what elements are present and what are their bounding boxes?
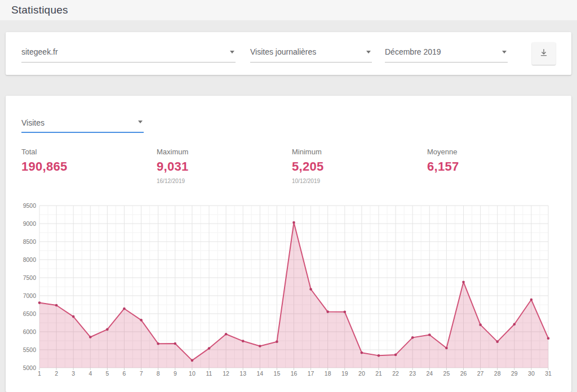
svg-text:8: 8 [157, 370, 160, 377]
statistics-panel: Visites Total 190,865 Maximum 9,031 16/1… [6, 96, 571, 392]
stat-label: Moyenne [427, 148, 562, 156]
svg-text:15: 15 [274, 370, 281, 377]
stat-label: Total [21, 148, 157, 156]
svg-text:27: 27 [477, 370, 484, 377]
site-select[interactable]: sitegeek.fr [21, 45, 236, 63]
stat-total: Total 190,865 [21, 148, 157, 184]
svg-text:9500: 9500 [23, 202, 37, 209]
stat-value: 190,865 [21, 159, 157, 174]
svg-text:21: 21 [375, 370, 382, 377]
svg-text:14: 14 [256, 370, 263, 377]
svg-text:17: 17 [308, 370, 314, 377]
svg-text:7000: 7000 [23, 292, 37, 299]
svg-text:8000: 8000 [23, 256, 37, 263]
svg-text:5500: 5500 [23, 346, 37, 353]
svg-text:13: 13 [239, 370, 246, 377]
svg-text:22: 22 [392, 370, 399, 377]
svg-text:19: 19 [341, 370, 348, 377]
svg-text:2: 2 [55, 370, 58, 377]
filter-bar: sitegeek.fr Visites journalières Décembr… [6, 32, 571, 75]
series-select[interactable]: Visites [21, 117, 144, 133]
svg-text:5: 5 [105, 370, 109, 377]
svg-text:7500: 7500 [23, 274, 37, 281]
chevron-down-icon [502, 51, 507, 54]
svg-text:29: 29 [511, 370, 518, 377]
page-title: Statistiques [11, 4, 68, 16]
svg-text:1: 1 [38, 370, 41, 377]
site-select-value: sitegeek.fr [21, 47, 58, 56]
download-icon [538, 47, 549, 60]
svg-text:24: 24 [426, 370, 433, 377]
stat-moyenne: Moyenne 6,157 [427, 148, 562, 184]
svg-text:9000: 9000 [23, 220, 37, 227]
summary-stats: Total 190,865 Maximum 9,031 16/12/2019 M… [21, 148, 562, 184]
svg-text:6: 6 [123, 370, 126, 377]
svg-text:25: 25 [443, 370, 450, 377]
svg-text:20: 20 [358, 370, 365, 377]
chart-container: 5000550060006500700075008000850090009500… [19, 201, 558, 386]
svg-text:6500: 6500 [23, 310, 37, 317]
metric-select-value: Visites journalières [250, 47, 316, 56]
page-header: Statistiques [0, 0, 577, 20]
svg-text:3: 3 [72, 370, 75, 377]
svg-text:7: 7 [140, 370, 143, 377]
stat-maximum: Maximum 9,031 16/12/2019 [157, 148, 292, 184]
chevron-down-icon [366, 51, 371, 54]
svg-text:30: 30 [528, 370, 535, 377]
month-select-value: Décembre 2019 [385, 47, 441, 56]
visits-area-chart: 5000550060006500700075008000850090009500… [19, 201, 558, 381]
svg-text:18: 18 [325, 370, 331, 377]
metric-select[interactable]: Visites journalières [250, 45, 372, 63]
svg-text:6000: 6000 [23, 328, 37, 335]
svg-text:5000: 5000 [23, 364, 37, 371]
stat-minimum: Minimum 5,205 10/12/2019 [292, 148, 427, 184]
stat-date: 16/12/2019 [157, 178, 292, 184]
svg-text:10: 10 [189, 370, 196, 377]
month-select[interactable]: Décembre 2019 [385, 45, 508, 63]
chevron-down-icon [230, 51, 234, 54]
download-button[interactable] [532, 42, 556, 65]
stat-date: 10/12/2019 [292, 178, 427, 184]
stat-value: 6,157 [427, 159, 562, 174]
series-select-value: Visites [21, 118, 45, 127]
svg-text:8500: 8500 [23, 238, 37, 245]
stat-label: Minimum [292, 148, 427, 156]
svg-text:16: 16 [291, 370, 298, 377]
svg-text:26: 26 [460, 370, 467, 377]
chevron-down-icon [138, 121, 143, 123]
stat-value: 5,205 [292, 159, 427, 174]
svg-text:12: 12 [223, 370, 229, 377]
svg-text:31: 31 [545, 370, 552, 377]
stat-label: Maximum [157, 148, 292, 156]
svg-text:11: 11 [206, 370, 212, 377]
stat-value: 9,031 [157, 159, 292, 174]
svg-text:4: 4 [88, 370, 92, 377]
svg-text:28: 28 [494, 370, 501, 377]
svg-text:23: 23 [409, 370, 416, 377]
svg-text:9: 9 [174, 370, 177, 377]
